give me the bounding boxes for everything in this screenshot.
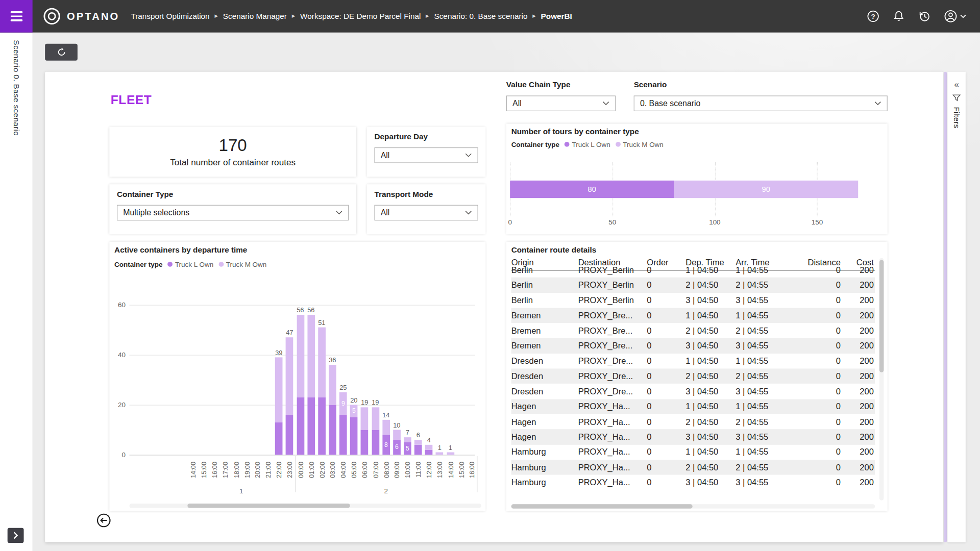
bar-segment[interactable] <box>372 430 379 455</box>
table-cell: 0 <box>647 432 685 441</box>
table-row[interactable]: HagenPROXY_Ha...03 | 04:503 | 04:550200 <box>511 430 875 445</box>
bar-segment[interactable] <box>297 397 304 455</box>
breadcrumb-item[interactable]: Scenario: 0. Base scenario <box>434 12 528 20</box>
bar-segment[interactable] <box>307 315 315 397</box>
table-row[interactable]: BerlinPROXY_Berlin01 | 04:501 | 04:55020… <box>511 262 875 278</box>
report-back-button[interactable] <box>96 513 111 528</box>
table-cell: 0 <box>789 417 842 426</box>
table-row[interactable]: BerlinPROXY_Berlin02 | 04:502 | 04:55020… <box>511 278 875 293</box>
dropdown-value: 0. Base scenario <box>640 98 701 108</box>
bar-segment[interactable] <box>361 407 369 430</box>
table-row[interactable]: HamburgPROXY_Ha...02 | 04:502 | 04:55020… <box>511 460 875 475</box>
table-row[interactable]: BremenPROXY_Bre...01 | 04:501 | 04:55020… <box>511 308 875 323</box>
bar-segment[interactable] <box>447 453 454 455</box>
bar-total-label: 36 <box>323 356 342 364</box>
table-cell: 0 <box>789 387 842 396</box>
axis-tick-label: 06:00 <box>361 462 369 483</box>
breadcrumb-item[interactable]: PowerBI <box>541 12 572 20</box>
notifications-bell-icon[interactable] <box>893 10 905 22</box>
kpi-total-container-routes: 170 Total number of container routes <box>109 127 356 177</box>
value-chain-type-dropdown[interactable]: All <box>506 95 616 111</box>
chevron-right-icon <box>13 532 18 539</box>
bar-segment[interactable] <box>361 430 369 455</box>
filters-panel: « Filters <box>947 72 966 542</box>
table-row[interactable]: BremenPROXY_Bre...03 | 04:503 | 04:55020… <box>511 338 875 354</box>
bar-segment[interactable] <box>275 422 283 455</box>
expand-sidebar-button[interactable] <box>8 528 24 543</box>
table-cell: 1 | 04:50 <box>685 265 736 274</box>
table-cell: PROXY_Dre... <box>578 371 647 381</box>
axis-group-label: 2 <box>380 487 392 495</box>
breadcrumb-item[interactable]: Transport Optimization <box>131 12 209 20</box>
table-row[interactable]: DresdenPROXY_Dre...01 | 04:501 | 04:5502… <box>511 354 875 369</box>
table-row[interactable]: HamburgPROXY_Ha...03 | 04:503 | 04:55020… <box>511 475 875 490</box>
table-row[interactable]: HamburgPROXY_Ha...01 | 04:501 | 04:55020… <box>511 444 875 460</box>
breadcrumb-item[interactable]: Workspace: DE Demo Parcel Final <box>300 12 421 20</box>
user-avatar-icon <box>944 9 958 23</box>
table-cell: 200 <box>842 447 875 457</box>
table-row[interactable]: BremenPROXY_Bre...02 | 04:502 | 04:55020… <box>511 323 875 338</box>
transport-mode-dropdown[interactable]: All <box>374 205 478 221</box>
refresh-button[interactable] <box>45 44 78 61</box>
departure-day-dropdown[interactable]: All <box>374 147 478 163</box>
bar-segment[interactable]: 80 <box>510 181 674 198</box>
bar-segment[interactable] <box>297 315 304 397</box>
bar-segment[interactable] <box>286 415 293 455</box>
axis-tick-label: 18:00 <box>232 462 240 483</box>
scrollbar-thumb[interactable] <box>187 504 350 508</box>
table-cell: 0 <box>789 402 842 411</box>
scrollbar-thumb[interactable] <box>511 504 693 509</box>
optano-logo[interactable]: OPTANO <box>42 7 119 26</box>
hamburger-menu-button[interactable] <box>0 0 33 33</box>
bar-segment[interactable] <box>275 357 283 422</box>
bar-segment[interactable]: 90 <box>674 181 858 198</box>
report-vertical-scrollbar[interactable] <box>944 72 947 542</box>
axis-tick-label: 23:00 <box>286 462 293 483</box>
table-vertical-scrollbar[interactable] <box>879 258 884 500</box>
bar-segment[interactable] <box>307 397 315 455</box>
scrollbar-thumb[interactable] <box>879 260 884 372</box>
help-icon[interactable]: ? <box>867 10 879 22</box>
bar-segment[interactable] <box>436 453 444 455</box>
table-row[interactable]: BerlinPROXY_Berlin03 | 04:503 | 04:55020… <box>511 293 875 308</box>
table-cell: 0 <box>789 371 842 381</box>
breadcrumb-separator-icon: ▶ <box>292 13 296 18</box>
bar-segment[interactable] <box>350 417 358 455</box>
account-menu-button[interactable] <box>944 9 966 23</box>
breadcrumb-item[interactable]: Scenario Manager <box>223 12 287 20</box>
table-cell: 0 <box>789 281 842 290</box>
chart-horizontal-scrollbar[interactable] <box>129 504 481 508</box>
table-cell: Berlin <box>511 281 578 290</box>
table-cell: PROXY_Bre... <box>578 311 647 320</box>
table-cell: 1 | 04:50 <box>685 402 736 411</box>
gridline <box>129 305 475 306</box>
bar-segment[interactable] <box>329 405 336 455</box>
table-row[interactable]: DresdenPROXY_Dre...02 | 04:502 | 04:5502… <box>511 369 875 384</box>
container-type-dropdown[interactable]: Multiple selections <box>117 205 349 221</box>
axis-tick-label: 03:00 <box>329 462 336 483</box>
bar-segment[interactable] <box>339 415 347 455</box>
table-row[interactable]: DresdenPROXY_Dre...03 | 04:503 | 04:5502… <box>511 384 875 399</box>
table-cell: 1 | 04:50 <box>685 356 736 365</box>
axis-separator <box>295 456 296 492</box>
history-icon[interactable] <box>918 10 930 22</box>
table-cell: 0 <box>647 265 685 274</box>
container-type-label: Container Type <box>117 190 173 198</box>
table-horizontal-scrollbar[interactable] <box>511 504 875 509</box>
table-row[interactable]: HagenPROXY_Ha...02 | 04:502 | 04:550200 <box>511 414 875 430</box>
bar-segment[interactable] <box>318 397 326 455</box>
chevron-down-icon <box>874 101 881 106</box>
dropdown-value: All <box>381 151 390 160</box>
axis-group-label: 1 <box>235 487 248 495</box>
table-row[interactable]: HagenPROXY_Ha...01 | 04:501 | 04:550200 <box>511 399 875 414</box>
expand-filters-icon[interactable]: « <box>953 78 960 90</box>
filters-panel-label[interactable]: Filters <box>952 107 961 128</box>
table-cell: 0 <box>789 265 842 274</box>
scenario-dropdown[interactable]: 0. Base scenario <box>634 95 888 111</box>
table-cell: Dresden <box>511 371 578 381</box>
bar-segment[interactable] <box>414 445 422 455</box>
table-cell: 1 | 04:55 <box>736 402 789 411</box>
bar-segment[interactable] <box>286 337 293 415</box>
table-cell: 2 | 04:50 <box>685 417 736 426</box>
value-chain-type-label: Value Chain Type <box>506 81 571 89</box>
